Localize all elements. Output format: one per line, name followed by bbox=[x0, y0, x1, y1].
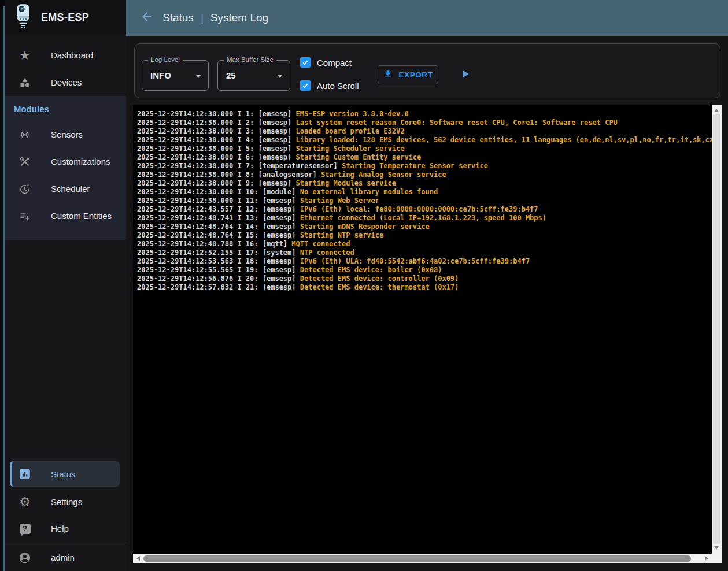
log-line: 2025-12-29T14:12:43.557 I 12: [emsesp] I… bbox=[137, 205, 712, 214]
modules-section-header: Modules bbox=[5, 96, 126, 114]
log-line: 2025-12-29T14:12:38.000 I 9: [emsesp] St… bbox=[137, 179, 712, 188]
sidebar-modules-section: Modules Sensors bbox=[5, 96, 126, 240]
arrow-back-icon bbox=[140, 10, 154, 26]
log-level-select[interactable]: Log Level INFO bbox=[142, 60, 209, 91]
compact-checkbox[interactable] bbox=[300, 57, 311, 68]
sidebar: EMS-ESP ★ Dashboard Devices Modules bbox=[5, 0, 126, 571]
boiler-logo-icon bbox=[14, 3, 32, 32]
vertical-scrollbar[interactable] bbox=[712, 105, 722, 554]
sidebar-item-devices[interactable]: Devices bbox=[5, 69, 126, 96]
sidebar-item-sensors[interactable]: Sensors bbox=[5, 121, 126, 148]
auto-scroll-label: Auto Scroll bbox=[317, 81, 359, 91]
help-icon: ? bbox=[19, 524, 31, 534]
log-line: 2025-12-29T14:12:38.000 I 11: [emsesp] S… bbox=[137, 196, 712, 205]
sidebar-item-label: Dashboard bbox=[51, 50, 93, 60]
log-line: 2025-12-29T14:12:48.788 I 16: [mqtt] MQT… bbox=[137, 240, 712, 249]
log-controls-panel: Log Level INFO Max Buffer Size 25 Compac… bbox=[134, 43, 720, 98]
sensors-icon bbox=[19, 129, 31, 140]
log-line: 2025-12-29T14:12:38.000 I 2: [emsesp] La… bbox=[137, 118, 712, 127]
sidebar-item-label: Settings bbox=[51, 497, 82, 507]
sidebar-item-scheduler[interactable]: Scheduler bbox=[5, 175, 126, 202]
resume-log-button[interactable] bbox=[455, 65, 475, 84]
sidebar-divider bbox=[5, 542, 126, 542]
app-title: EMS-ESP bbox=[41, 12, 89, 24]
log-line: 2025-12-29T14:12:38.000 I 6: [emsesp] St… bbox=[137, 153, 712, 162]
log-line: 2025-12-29T14:12:38.000 I 3: [emsesp] Lo… bbox=[137, 127, 712, 136]
max-buffer-size-value: 25 bbox=[226, 61, 236, 90]
bar-chart-icon bbox=[19, 468, 31, 480]
ems-esp-app: EMS-ESP ★ Dashboard Devices Modules bbox=[0, 0, 728, 571]
horizontal-scrollbar-thumb[interactable] bbox=[143, 555, 691, 562]
export-button-label: EXPORT bbox=[398, 71, 433, 79]
auto-scroll-checkbox[interactable] bbox=[300, 80, 311, 91]
sidebar-item-admin[interactable]: admin bbox=[5, 544, 126, 571]
download-icon bbox=[383, 69, 393, 81]
tools-icon bbox=[19, 156, 31, 168]
scrollbar-corner bbox=[712, 554, 722, 563]
log-line: 2025-12-29T14:12:48.764 I 15: [emsesp] S… bbox=[137, 231, 712, 240]
playlist-add-icon bbox=[19, 210, 31, 222]
log-line: 2025-12-29T14:12:38.000 I 8: [analogsens… bbox=[137, 170, 712, 179]
back-button[interactable] bbox=[139, 10, 155, 26]
compact-checkbox-row[interactable]: Compact bbox=[300, 57, 352, 68]
account-circle-icon bbox=[19, 551, 31, 564]
sidebar-item-dashboard[interactable]: ★ Dashboard bbox=[5, 42, 126, 69]
log-lines: 2025-12-29T14:12:38.000 I 1: [emsesp] EM… bbox=[137, 110, 712, 554]
sidebar-item-label: Sensors bbox=[51, 129, 83, 139]
breadcrumb-section: Status bbox=[162, 12, 194, 24]
top-app-bar: Status | System Log bbox=[126, 0, 728, 36]
sidebar-item-label: Custom Entities bbox=[51, 211, 112, 221]
horizontal-scrollbar[interactable] bbox=[133, 554, 712, 563]
log-line: 2025-12-29T14:12:53.563 I 18: [emsesp] I… bbox=[137, 257, 712, 266]
gear-icon: ⚙ bbox=[19, 496, 31, 508]
log-line: 2025-12-29T14:12:48.764 I 14: [emsesp] S… bbox=[137, 223, 712, 231]
log-line: 2025-12-29T14:12:48.741 I 13: [emsesp] E… bbox=[137, 214, 712, 223]
play-icon bbox=[459, 68, 471, 82]
sidebar-item-custom-entities[interactable]: Custom Entities bbox=[5, 202, 126, 229]
export-button[interactable]: EXPORT bbox=[378, 65, 438, 84]
sidebar-item-status-selected[interactable]: Status bbox=[10, 461, 120, 487]
compact-label: Compact bbox=[317, 58, 352, 68]
log-line: 2025-12-29T14:12:52.155 I 17: [system] N… bbox=[137, 249, 712, 257]
main-content: Log Level INFO Max Buffer Size 25 Compac… bbox=[126, 36, 728, 571]
sidebar-item-help[interactable]: ? Help bbox=[5, 515, 126, 542]
log-line: 2025-12-29T14:12:56.876 I 20: [emsesp] D… bbox=[137, 275, 712, 283]
category-icon bbox=[19, 77, 31, 88]
sidebar-item-label: Scheduler bbox=[51, 184, 90, 194]
window-left-gutter bbox=[0, 0, 5, 571]
sidebar-item-label: Devices bbox=[51, 77, 82, 87]
log-line: 2025-12-29T14:12:38.000 I 1: [emsesp] EM… bbox=[137, 110, 712, 118]
clock-plus-icon bbox=[19, 183, 31, 195]
sidebar-item-customizations[interactable]: Customizations bbox=[5, 148, 126, 175]
scroll-right-arrow-icon[interactable] bbox=[705, 556, 708, 561]
auto-scroll-checkbox-row[interactable]: Auto Scroll bbox=[300, 80, 359, 91]
log-level-value: INFO bbox=[150, 61, 171, 90]
sidebar-item-label: Status bbox=[51, 469, 76, 479]
page-title: System Log bbox=[210, 12, 268, 24]
sidebar-item-settings[interactable]: ⚙ Settings bbox=[5, 488, 126, 516]
vertical-scrollbar-thumb[interactable] bbox=[713, 114, 720, 544]
sidebar-item-label: Help bbox=[51, 524, 69, 533]
scroll-down-arrow-icon[interactable] bbox=[714, 546, 719, 550]
sidebar-header: EMS-ESP bbox=[5, 0, 126, 35]
chevron-down-icon bbox=[195, 75, 201, 78]
check-icon bbox=[301, 58, 309, 66]
log-line: 2025-12-29T14:12:38.000 I 10: [module] N… bbox=[137, 188, 712, 196]
breadcrumb-separator: | bbox=[201, 12, 204, 24]
chevron-down-icon bbox=[277, 75, 283, 78]
log-line: 2025-12-29T14:12:55.565 I 19: [emsesp] D… bbox=[137, 266, 712, 275]
sidebar-item-label: Customizations bbox=[51, 157, 110, 166]
log-line: 2025-12-29T14:12:38.000 I 4: [emsesp] Li… bbox=[137, 136, 712, 144]
scroll-left-arrow-icon[interactable] bbox=[136, 556, 140, 561]
system-log-viewport[interactable]: 2025-12-29T14:12:38.000 I 1: [emsesp] EM… bbox=[133, 105, 722, 563]
sidebar-user-label: admin bbox=[51, 553, 75, 562]
check-icon bbox=[301, 81, 309, 90]
log-line: 2025-12-29T14:12:57.832 I 21: [emsesp] D… bbox=[137, 283, 712, 292]
star-icon: ★ bbox=[19, 50, 31, 61]
log-line: 2025-12-29T14:12:38.000 I 5: [emsesp] St… bbox=[137, 144, 712, 153]
max-buffer-size-select[interactable]: Max Buffer Size 25 bbox=[217, 60, 290, 91]
scroll-up-arrow-icon[interactable] bbox=[714, 109, 719, 112]
log-line: 2025-12-29T14:12:38.000 I 7: [temperatur… bbox=[137, 162, 712, 170]
